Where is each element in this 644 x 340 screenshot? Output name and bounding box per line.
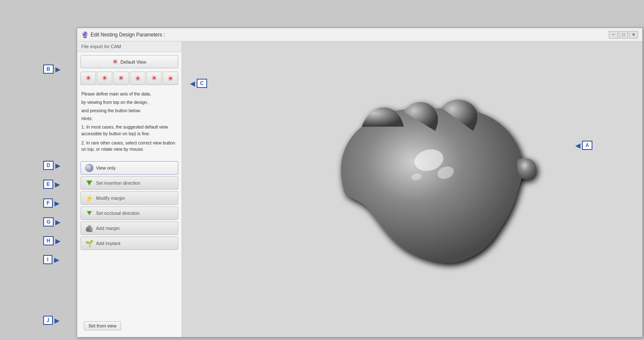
axis-icon-3: ✳ [118, 75, 124, 82]
close-button[interactable]: ✕ [629, 31, 638, 39]
annotation-d-arrow: ▶ [55, 162, 60, 170]
instructions-text: Please define main axis of the data, by … [77, 88, 182, 159]
annotation-g-arrow: ▶ [55, 218, 60, 226]
annotation-e-arrow: ▶ [55, 180, 60, 188]
view-only-button[interactable]: View only [80, 161, 178, 175]
default-view-icon: ✳ [112, 58, 118, 66]
add-margin-icon: 🪨 [85, 224, 93, 232]
set-occlusal-button[interactable]: Set occlusal direction [80, 206, 178, 220]
annotation-i-box: I [43, 255, 52, 264]
window-title: Edit Nesting Design Parameters : [91, 32, 165, 38]
annotation-a-arrow: ◀ [575, 142, 580, 149]
annotation-j-arrow: ▶ [55, 317, 60, 325]
title-bar: 🔮 Edit Nesting Design Parameters : ─ □ ✕ [77, 28, 642, 41]
view-only-label: View only [96, 165, 116, 170]
minimize-button[interactable]: ─ [609, 31, 618, 39]
annotation-f: F ▶ [43, 198, 60, 208]
set-insertion-button[interactable]: Set insertion direction [80, 176, 178, 190]
app-icon: 🔮 [81, 31, 88, 38]
tooth-3d-model [312, 85, 563, 286]
modify-margin-icon: ⚡ [85, 194, 93, 202]
axis-btn-3[interactable]: ✳ [113, 72, 129, 85]
view-only-icon [85, 164, 93, 172]
add-margin-label: Add margin [96, 226, 119, 231]
panel-header: File import for CAM [77, 41, 182, 52]
bottom-section: Set from view [77, 314, 182, 337]
axis-btn-2[interactable]: ✳ [97, 72, 112, 85]
annotation-b-box: B [43, 64, 54, 74]
annotation-h-box: H [43, 236, 54, 245]
add-margin-button[interactable]: 🪨 Add margin [80, 222, 178, 235]
set-insertion-label: Set insertion direction [96, 180, 140, 185]
maximize-button[interactable]: □ [619, 31, 628, 39]
3d-viewport[interactable] [182, 41, 642, 337]
axis-btn-1[interactable]: ✳ [80, 72, 96, 85]
annotation-c-arrow: ◀ [190, 80, 195, 88]
axis-icon-4: ✳ [135, 75, 140, 82]
add-implant-button[interactable]: 🌱 Add implant [80, 237, 178, 250]
annotation-b-arrow: ▶ [55, 65, 60, 73]
annotation-h-arrow: ▶ [55, 237, 60, 245]
annotation-d-box: D [43, 161, 54, 170]
annotation-d: D ▶ [43, 161, 60, 170]
annotation-i-arrow: ▶ [54, 256, 59, 264]
annotation-a: ◀ A [575, 141, 592, 150]
axis-icon-1: ✳ [86, 75, 91, 82]
occlusal-icon [85, 209, 93, 217]
annotation-b: B ▶ [43, 64, 60, 74]
annotation-e-box: E [43, 180, 53, 189]
annotation-g: G ▶ [43, 217, 60, 227]
annotation-f-arrow: ▶ [55, 199, 60, 207]
annotation-j: J ▶ [43, 316, 60, 325]
window-controls: ─ □ ✕ [609, 31, 638, 39]
annotation-e: E ▶ [43, 180, 60, 189]
add-implant-label: Add implant [96, 241, 120, 246]
action-buttons: View only Set insertion direction ⚡ [77, 159, 182, 252]
annotation-i: I ▶ [43, 255, 59, 264]
set-from-view-button[interactable]: Set from view [84, 321, 121, 330]
set-occlusal-label: Set occlusal direction [96, 211, 140, 216]
default-view-label: Default View [120, 59, 146, 64]
annotation-a-box: A [582, 141, 592, 150]
annotation-h: H ▶ [43, 236, 60, 245]
axis-btn-4[interactable]: ✳ [130, 72, 145, 85]
annotation-c-box: C [197, 79, 207, 88]
default-view-button[interactable]: ✳ Default View [80, 55, 178, 68]
axis-icon-6: ✳ [168, 75, 173, 82]
modify-margin-label: Modify margin [96, 196, 125, 201]
annotation-g-box: G [43, 217, 54, 227]
add-implant-icon: 🌱 [85, 239, 93, 247]
axis-icon-5: ✳ [151, 75, 157, 82]
annotation-j-box: J [43, 316, 53, 325]
axis-buttons-row: ✳ ✳ ✳ ✳ ✳ ✳ [77, 72, 182, 88]
annotation-c: ◀ C [190, 79, 207, 88]
insertion-icon [85, 179, 93, 187]
left-panel: File import for CAM ✳ Default View ✳ ✳ ✳ [77, 41, 182, 337]
axis-btn-5[interactable]: ✳ [146, 72, 162, 85]
annotation-f-box: F [43, 198, 53, 208]
axis-btn-6[interactable]: ✳ [163, 72, 178, 85]
modify-margin-button[interactable]: ⚡ Modify margin [80, 191, 178, 205]
axis-icon-2: ✳ [102, 75, 107, 82]
